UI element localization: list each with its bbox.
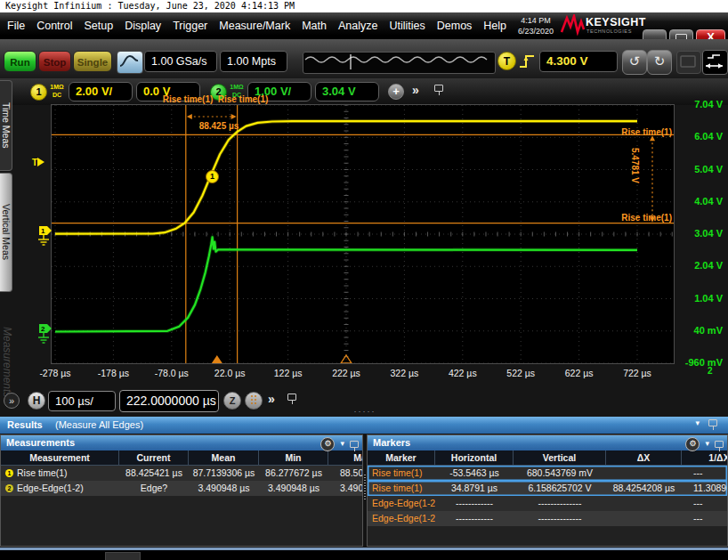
- menu-item-utilities[interactable]: Utilities: [389, 20, 425, 32]
- markers-dropdown-icon[interactable]: ▾: [705, 436, 709, 451]
- menu-item-display[interactable]: Display: [125, 20, 161, 32]
- horizontal-button[interactable]: H: [28, 392, 45, 410]
- toolbar: Run Stop Single 1.00 GSa/s 1.00 Mpts T 4…: [0, 39, 728, 79]
- voltage-label: 40 mV: [676, 325, 723, 336]
- trigger-level-field[interactable]: 4.300 V: [539, 51, 618, 72]
- table-row[interactable]: Rise time(1)-53.5463 µs680.543769 mV---: [368, 466, 727, 481]
- row-value: [606, 511, 682, 526]
- memory-depth-field[interactable]: 1.00 Mpts: [220, 51, 287, 72]
- zoom-button[interactable]: Z: [223, 392, 241, 410]
- channel-1-trace-badge[interactable]: 1: [206, 170, 219, 183]
- row-value: 88.507: [328, 466, 363, 481]
- horizontal-pin-icon[interactable]: [287, 394, 296, 401]
- channel-1-coupling[interactable]: 1MΩ DC: [47, 83, 67, 99]
- channel-1-ground-marker[interactable]: 1: [36, 224, 52, 242]
- menu-item-math[interactable]: Math: [302, 20, 327, 32]
- row-value: 86.277672 µs: [259, 466, 328, 481]
- column-header[interactable]: 1/ΔX: [682, 450, 728, 466]
- markers-pin-icon[interactable]: [715, 441, 724, 448]
- menu-item-help[interactable]: Help: [483, 20, 506, 32]
- table-row[interactable]: Rise time(1)34.8791 µs6.158625702 V88.42…: [368, 481, 727, 496]
- scope-display[interactable]: [52, 105, 674, 363]
- channel-1-scale-field[interactable]: 2.00 V/: [69, 82, 133, 101]
- time-label: 722 µs: [609, 368, 666, 378]
- channel-1-dc: DC: [47, 91, 67, 99]
- measurements-dropdown-icon[interactable]: ▾: [340, 436, 344, 451]
- measurements-pin-icon[interactable]: [350, 441, 359, 448]
- channel-1-badge[interactable]: 1: [30, 84, 47, 101]
- channel-2-ground-marker[interactable]: 2: [36, 322, 52, 340]
- measurements-gear-icon[interactable]: ⚙: [320, 437, 335, 451]
- column-header[interactable]: Marker: [368, 450, 435, 466]
- column-header[interactable]: Horizontal: [435, 450, 514, 466]
- svg-text:2: 2: [41, 325, 45, 333]
- column-header[interactable]: ΔX: [606, 450, 682, 466]
- column-header[interactable]: Max: [328, 450, 363, 466]
- rise-time-marker-label-2[interactable]: Rise time(1): [205, 94, 281, 104]
- table-row[interactable]: 2Edge-Edge(1-2)Edge?3.490948 µs3.490948 …: [1, 481, 362, 496]
- markers-panel-header[interactable]: Markers ⚙ ▾: [368, 435, 727, 450]
- row-value: 11.308965 k: [682, 481, 728, 496]
- single-button[interactable]: Single: [73, 51, 112, 72]
- results-drag-handle[interactable]: ·····: [345, 407, 384, 416]
- marker-dots-button[interactable]: [245, 392, 263, 410]
- menu-item-demos[interactable]: Demos: [437, 20, 473, 32]
- table-row[interactable]: Edge-Edge(1-2---------------------------…: [368, 496, 727, 511]
- sidebar-tab-time-meas[interactable]: Time Meas: [0, 80, 12, 171]
- column-header[interactable]: Vertical: [514, 450, 606, 466]
- redo-button[interactable]: ↻: [647, 50, 672, 75]
- menu-item-trigger[interactable]: Trigger: [173, 20, 207, 32]
- timebase-scale-field[interactable]: 100 µs/: [48, 391, 116, 411]
- time-label: 22.0 µs: [201, 368, 258, 378]
- trigger-edge-icon[interactable]: [518, 50, 538, 71]
- redo-icon: ↻: [654, 53, 666, 69]
- display-mode-button[interactable]: [676, 51, 701, 74]
- menu-item-control[interactable]: Control: [36, 20, 72, 32]
- channel-2-offset-field[interactable]: 3.04 V: [315, 82, 379, 101]
- run-button[interactable]: Run: [4, 51, 36, 72]
- menu-item-setup[interactable]: Setup: [84, 20, 113, 32]
- results-header[interactable]: Results (Measure All Edges) ▾: [0, 417, 728, 434]
- measurements-panel-header[interactable]: Measurements ⚙ ▾: [1, 435, 362, 450]
- clock-date: 6/23/2020: [511, 26, 561, 37]
- results-dropdown-icon[interactable]: ▾: [695, 418, 700, 427]
- trigger-level-marker[interactable]: T: [32, 158, 44, 167]
- markers-gear-icon[interactable]: ⚙: [685, 437, 700, 451]
- menu-item-file[interactable]: File: [7, 20, 25, 32]
- row-label: Edge-Edge(1-2: [372, 498, 435, 508]
- column-header[interactable]: Measurement: [1, 450, 119, 466]
- rise-time-level-label-lower[interactable]: Rise time(1): [601, 213, 672, 223]
- delta-x-label: 88.425 µs: [181, 121, 257, 131]
- voltage-label: 3.04 V: [676, 228, 723, 239]
- screen-icon: [677, 52, 699, 71]
- taskbar-item[interactable]: [105, 552, 141, 560]
- column-header[interactable]: Mean: [189, 450, 259, 466]
- undo-button[interactable]: ↺: [622, 50, 647, 75]
- sidebar-tab-vertical-meas[interactable]: Vertical Meas: [0, 173, 12, 292]
- column-header[interactable]: Min: [259, 450, 328, 466]
- channel-expand-chevrons[interactable]: »: [412, 83, 419, 97]
- menu-item-measure-mark[interactable]: Measure/Mark: [219, 20, 290, 32]
- stop-button[interactable]: Stop: [38, 51, 71, 72]
- sample-rate-field[interactable]: 1.00 GSa/s: [144, 51, 217, 72]
- row-value: 3.4909: [328, 481, 363, 496]
- rise-time-level-label-upper[interactable]: Rise time(1): [601, 127, 672, 137]
- row-value: [606, 466, 682, 481]
- column-header[interactable]: Current: [119, 450, 189, 466]
- menu-item-analyze[interactable]: Analyze: [338, 20, 377, 32]
- touch-button[interactable]: [702, 50, 728, 75]
- waveform-display-button[interactable]: [117, 51, 143, 74]
- clock[interactable]: 4:14 PM 6/23/2020: [511, 15, 561, 37]
- acquisition-preview[interactable]: [303, 52, 496, 74]
- table-row[interactable]: 1Rise time(1)88.425421 µs87.7139306 µs86…: [1, 466, 362, 481]
- add-channel-button[interactable]: +: [388, 84, 404, 100]
- time-label: 122 µs: [260, 368, 317, 378]
- channel-pin-icon[interactable]: [434, 85, 443, 92]
- table-row[interactable]: Edge-Edge(1-2---------------------------…: [368, 511, 727, 526]
- table-header-row: MarkerHorizontalVerticalΔX1/ΔX: [368, 450, 727, 466]
- panel-expand-button[interactable]: »: [4, 393, 20, 409]
- results-pin-icon[interactable]: [708, 419, 717, 426]
- timebase-position-field[interactable]: 222.0000000 µs: [119, 390, 219, 412]
- trigger-source-button[interactable]: T: [497, 52, 516, 70]
- horizontal-expand-chevrons[interactable]: »: [268, 392, 275, 406]
